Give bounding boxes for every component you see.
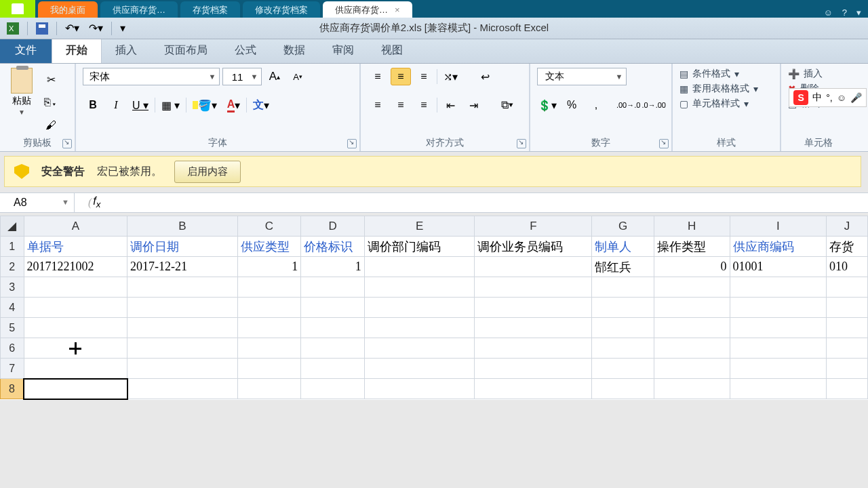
cell[interactable] (730, 277, 826, 298)
cell[interactable] (475, 277, 592, 298)
accounting-format-button[interactable]: 💲▾ (537, 96, 557, 114)
row-header[interactable]: 7 (1, 359, 24, 379)
comma-style-button[interactable]: , (586, 96, 606, 114)
ribbon-tab-formula[interactable]: 公式 (221, 38, 270, 63)
align-middle-button[interactable]: ≡ (391, 68, 411, 85)
cell[interactable] (364, 298, 475, 318)
cell[interactable]: 单据号 (24, 237, 127, 257)
formula-input[interactable] (210, 193, 868, 212)
cell[interactable] (475, 379, 592, 399)
cell[interactable] (592, 338, 654, 359)
number-launcher[interactable] (659, 139, 669, 148)
ribbon-tab-view[interactable]: 视图 (368, 38, 416, 63)
percent-button[interactable]: % (561, 96, 582, 114)
cut-button[interactable]: ✂ (41, 70, 61, 88)
row-header[interactable]: 1 (1, 237, 24, 257)
font-launcher[interactable] (347, 139, 357, 148)
cell[interactable] (654, 277, 730, 298)
cell[interactable] (301, 318, 365, 338)
cell[interactable] (364, 379, 475, 399)
cell[interactable] (592, 318, 654, 338)
insert-cells-button[interactable]: ➕插入 (788, 68, 823, 80)
cell[interactable]: 调价日期 (127, 237, 238, 257)
cell[interactable] (475, 359, 592, 379)
help-icon[interactable]: ? (842, 7, 847, 18)
cell[interactable] (475, 318, 592, 338)
cell[interactable] (826, 298, 867, 318)
cell[interactable] (592, 298, 654, 318)
cell[interactable] (127, 359, 238, 379)
cell[interactable]: 郜红兵 (592, 257, 654, 277)
ribbon-tab-layout[interactable]: 页面布局 (151, 38, 221, 63)
bold-button[interactable]: B (83, 96, 103, 114)
smiley-icon[interactable]: ☺ (823, 7, 832, 18)
save-button[interactable] (33, 20, 51, 37)
cell[interactable] (475, 298, 592, 318)
border-button[interactable]: ▦ ▾ (158, 96, 183, 114)
column-header[interactable]: E (364, 216, 475, 237)
cell[interactable]: 制单人 (592, 237, 654, 257)
column-header[interactable]: J (826, 216, 867, 237)
ime-indicator[interactable]: S 中 °, ☺ 🎤 (789, 88, 867, 107)
app-tab-supplier-inventory[interactable]: 供应商存货… (100, 1, 178, 18)
column-header[interactable]: A (24, 216, 127, 237)
cell[interactable] (127, 298, 238, 318)
cell[interactable] (592, 359, 654, 379)
cell[interactable] (654, 298, 730, 318)
app-tab-active[interactable]: 供应商存货…× (323, 1, 412, 18)
qat-customize-button[interactable]: ▾ (117, 20, 128, 37)
cell[interactable] (364, 359, 475, 379)
close-tab-icon[interactable]: × (395, 5, 400, 15)
orientation-button[interactable]: ⤭▾ (440, 68, 461, 85)
cell[interactable] (24, 298, 127, 318)
cell[interactable] (475, 257, 592, 277)
cell[interactable] (730, 359, 826, 379)
undo-button[interactable]: ↶▾ (62, 20, 82, 37)
cell[interactable] (364, 318, 475, 338)
cell[interactable] (301, 359, 365, 379)
align-bottom-button[interactable]: ≡ (414, 68, 434, 85)
worksheet-grid[interactable]: ◢ABCDEFGHIJ 1单据号调价日期供应类型价格标识调价部门编码调价业务员编… (0, 216, 868, 400)
cell[interactable]: 20171221002 (24, 257, 127, 277)
font-name-select[interactable]: 宋体▼ (83, 68, 220, 85)
cell[interactable] (237, 298, 301, 318)
clipboard-launcher[interactable] (62, 139, 72, 148)
cell[interactable] (24, 359, 127, 379)
name-box[interactable]: A8▼ (0, 193, 75, 212)
select-all-corner[interactable]: ◢ (1, 216, 24, 237)
align-right-button[interactable]: ≡ (414, 96, 434, 114)
cell[interactable]: 价格标识 (301, 237, 365, 257)
cell[interactable]: 调价业务员编码 (475, 237, 592, 257)
row-header[interactable]: 2 (1, 257, 24, 277)
merge-center-button[interactable]: ⧉▾ (497, 96, 517, 114)
row-header[interactable]: 8 (1, 379, 24, 399)
cell[interactable] (127, 379, 238, 399)
cell[interactable] (301, 298, 365, 318)
cell[interactable] (301, 338, 365, 359)
cell[interactable] (826, 359, 867, 379)
fill-color-button[interactable]: 🪣▾ (189, 96, 220, 114)
ribbon-tab-insert[interactable]: 插入 (102, 38, 151, 63)
cell[interactable] (237, 277, 301, 298)
cell[interactable] (654, 359, 730, 379)
cell[interactable] (364, 257, 475, 277)
ribbon-tab-review[interactable]: 审阅 (319, 38, 368, 63)
cell[interactable]: 01001 (730, 257, 826, 277)
align-left-button[interactable]: ≡ (368, 96, 388, 114)
underline-button[interactable]: U ▾ (129, 96, 152, 114)
row-header[interactable]: 3 (1, 277, 24, 298)
ribbon-tab-file[interactable]: 文件 (0, 38, 52, 63)
cell[interactable]: 010 (826, 257, 867, 277)
paste-icon[interactable] (11, 68, 33, 94)
table-format-button[interactable]: ▦套用表格格式 ▾ (679, 83, 758, 95)
cell[interactable] (826, 379, 867, 399)
ribbon-tab-data[interactable]: 数据 (270, 38, 319, 63)
excel-icon[interactable]: X (4, 20, 22, 37)
enable-content-button[interactable]: 启用内容 (174, 161, 241, 183)
cell[interactable]: 1 (301, 257, 365, 277)
paste-dropdown[interactable]: ▼ (18, 108, 25, 116)
cell[interactable] (730, 318, 826, 338)
phonetic-button[interactable]: 文 ▾ (250, 96, 273, 114)
cell[interactable] (24, 338, 127, 359)
indent-decrease-button[interactable]: ⇤ (440, 96, 460, 114)
